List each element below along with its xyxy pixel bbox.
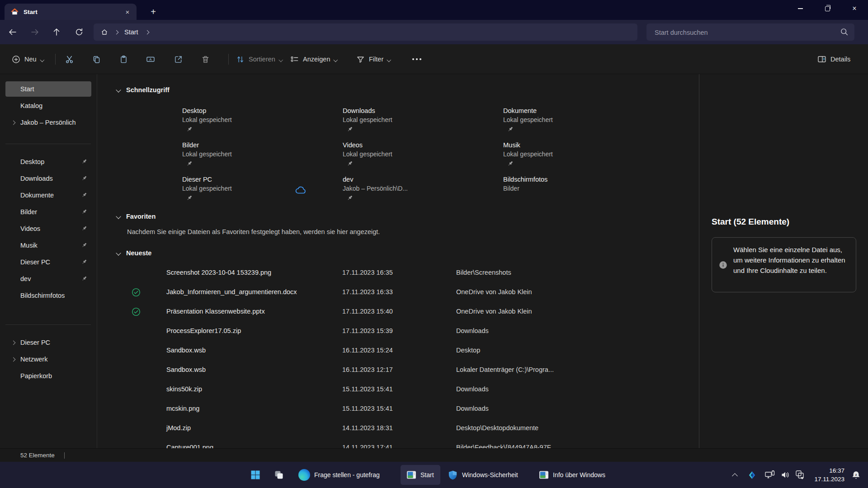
status-divider [64, 452, 65, 459]
tile-subtitle: Lokal gespeichert [182, 184, 343, 193]
file-row[interactable]: skins50k.zip 15.11.2023 15:41 Downloads [98, 380, 698, 399]
file-row[interactable]: Screenshot 2023-10-04 153239.png 17.11.2… [98, 263, 698, 283]
search-input[interactable] [654, 23, 836, 42]
sidebar-item[interactable]: Downloads [5, 171, 91, 186]
new-tab-button[interactable]: + [146, 5, 160, 18]
quick-access-tile[interactable]: Bildschirmfotos Bilder [503, 175, 664, 209]
section-header-quick-access[interactable]: Schnellzugriff [117, 86, 170, 94]
chevron-right-icon[interactable] [11, 340, 16, 345]
details-info-box: Wählen Sie eine einzelne Datei aus, um w… [712, 237, 856, 292]
window-close-button[interactable]: × [844, 0, 865, 17]
view-button[interactable]: Anzeigen [286, 50, 342, 68]
toolbar-divider [55, 54, 56, 65]
breadcrumb[interactable]: Start [94, 23, 637, 41]
file-date: 14.11.2023 18:31 [342, 424, 393, 432]
file-row[interactable]: Sandbox.wsb 16.11.2023 15:24 Desktop [98, 341, 698, 361]
pin-icon [186, 126, 193, 132]
sidebar-item[interactable]: Start [5, 81, 91, 97]
back-arrow-icon [8, 28, 17, 37]
delete-button[interactable] [196, 50, 214, 68]
file-date: 17.11.2023 16:35 [342, 269, 393, 276]
sidebar-item[interactable]: Bilder [5, 204, 91, 220]
window-minimize-button[interactable] [790, 0, 811, 17]
see-more-button[interactable] [408, 50, 426, 68]
quick-access-tile[interactable]: dev Jakob – Persönlich\D... [343, 175, 503, 209]
task-view-button[interactable] [270, 465, 288, 485]
sidebar-item[interactable]: Desktop [5, 154, 91, 169]
start-menu-button[interactable] [246, 465, 264, 485]
back-button[interactable] [5, 24, 20, 40]
chevron-down-icon[interactable] [116, 250, 121, 255]
file-row[interactable]: Capture001.png 14.11.2023 17:41 Bilder\F… [98, 438, 698, 448]
cut-button[interactable] [60, 50, 78, 68]
file-row[interactable]: ProcessExplorer17.05.zip 17.11.2023 15:3… [98, 322, 698, 341]
sidebar-item[interactable]: Dieser PC [5, 254, 91, 270]
file-name: skins50k.zip [166, 385, 202, 393]
quick-access-tile[interactable]: Desktop Lokal gespeichert [182, 106, 343, 141]
quick-access-tile[interactable]: Dieser PC Lokal gespeichert [182, 175, 343, 209]
share-button[interactable] [169, 50, 187, 68]
window-restore-button[interactable] [817, 0, 838, 17]
quick-access-tile[interactable]: Musik Lokal gespeichert [503, 141, 664, 175]
tray-volume-icon[interactable] [779, 469, 791, 480]
quick-access-tile[interactable]: Videos Lokal gespeichert [343, 141, 503, 175]
taskbar-button-explorer-start[interactable]: Start [401, 465, 440, 485]
breadcrumb-segment[interactable]: Start [124, 28, 138, 36]
sidebar-item[interactable]: Musik [5, 238, 91, 253]
file-row[interactable]: mcskin.png 15.11.2023 15:41 Downloads [98, 399, 698, 419]
filter-funnel-icon [356, 55, 365, 64]
pin-icon [347, 195, 353, 201]
section-header-favorites[interactable]: Favoriten [117, 213, 156, 220]
navigation-sidebar: Start Katalog Jakob – Persönlich Desktop… [0, 74, 97, 448]
rename-button[interactable]: A [142, 50, 160, 68]
chevron-down-icon[interactable] [116, 214, 121, 219]
quick-access-tile[interactable]: Downloads Lokal gespeichert [343, 106, 503, 141]
file-row[interactable]: Präsentation Klassenwebsite.pptx 17.11.2… [98, 302, 698, 322]
chevron-down-icon[interactable] [116, 87, 121, 92]
file-row[interactable]: Sandbox.wsb 16.11.2023 12:17 Lokaler Dat… [98, 361, 698, 380]
chevron-right-icon[interactable] [11, 120, 16, 125]
forward-button[interactable] [27, 24, 42, 40]
sidebar-item[interactable]: Bildschirmfotos [5, 288, 91, 303]
chevron-right-icon[interactable] [11, 357, 16, 361]
windows-logo-icon [251, 470, 260, 479]
explorer-tab[interactable]: Start × [5, 4, 137, 20]
quick-access-tile[interactable]: Dokumente Lokal gespeichert [503, 106, 664, 141]
paste-button[interactable] [114, 50, 132, 68]
tray-gallery-icon[interactable] [794, 469, 807, 480]
quick-access-tile[interactable]: Bilder Lokal gespeichert [182, 141, 343, 175]
sidebar-item[interactable]: Katalog [5, 98, 91, 113]
up-button[interactable] [49, 24, 64, 40]
sidebar-item[interactable]: Netzwerk [5, 352, 91, 367]
tray-app-icon[interactable] [746, 469, 758, 480]
taskbar-button-label: Frage stellen - gutefrag [314, 471, 380, 479]
search-icon[interactable] [840, 28, 849, 36]
refresh-button[interactable] [71, 24, 87, 40]
taskbar-button-explorer-info[interactable]: Info über Windows [539, 465, 605, 485]
details-pane-button[interactable]: Details [813, 50, 855, 68]
file-row[interactable]: Jakob_Informieren_und_argumentieren.docx… [98, 283, 698, 302]
notification-bell-button[interactable]: z [849, 469, 863, 481]
sidebar-item[interactable]: Jakob – Persönlich [5, 115, 91, 130]
breadcrumb-chevron-icon[interactable] [145, 30, 149, 34]
copy-button[interactable] [87, 50, 105, 68]
taskbar-button-windows-security[interactable]: Windows-Sicherheit [448, 465, 518, 485]
taskbar-button-edge[interactable]: Frage stellen - gutefrag [298, 465, 380, 485]
tray-show-hidden-icons-button[interactable] [729, 469, 741, 480]
section-header-recent[interactable]: Neueste [117, 249, 151, 257]
sidebar-item[interactable]: Papierkorb [5, 368, 91, 384]
sidebar-item[interactable]: dev [5, 271, 91, 286]
task-view-icon [274, 470, 283, 479]
new-button[interactable]: Neu [7, 50, 48, 68]
search-box[interactable] [646, 23, 854, 41]
sidebar-item[interactable]: Dieser PC [5, 335, 91, 350]
sort-button[interactable]: Sortieren [231, 50, 287, 68]
taskbar-clock[interactable]: 16:37 17.11.2023 [814, 466, 844, 483]
sidebar-item[interactable]: Videos [5, 221, 91, 236]
filter-button[interactable]: Filter [352, 50, 395, 68]
tab-close-icon[interactable]: × [122, 6, 133, 17]
file-row[interactable]: jMod.zip 14.11.2023 18:31 Desktop\Deskto… [98, 419, 698, 438]
security-shield-icon [448, 470, 458, 480]
sidebar-item[interactable]: Dokumente [5, 188, 91, 203]
tray-pc-status-icon[interactable] [764, 469, 776, 480]
